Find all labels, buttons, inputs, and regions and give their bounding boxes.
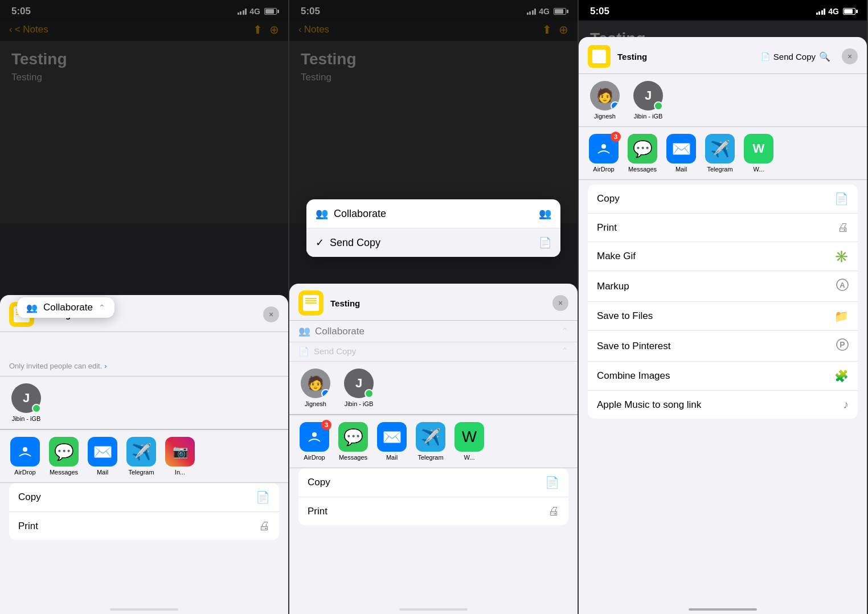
p3-header: Testing 📄 Send Copy 🔍 × xyxy=(579,37,867,74)
app-airdrop-3[interactable]: 3 AirDrop xyxy=(588,134,620,173)
app-messages-1[interactable]: 💬 Messages xyxy=(48,437,80,476)
panel-3: 5:05 4G Testing Testing xyxy=(579,0,868,614)
copy-action-3[interactable]: Copy 📄 xyxy=(588,185,858,214)
messages-icon-1: 💬 xyxy=(49,437,79,466)
share-sheet-1: Testing × Only invited people can edit. … xyxy=(0,295,288,614)
make-gif-action-3[interactable]: Make Gif ✳️ xyxy=(588,242,858,271)
extra-app-icon-3: W xyxy=(744,134,773,163)
send-copy-option-2[interactable]: ✓ Send Copy 📄 xyxy=(306,228,560,257)
send-copy-text-3: Send Copy xyxy=(773,52,816,62)
app-instagram-1[interactable]: 📷 In... xyxy=(164,437,196,476)
telegram-icon-3: ✈️ xyxy=(705,134,735,163)
app-telegram-2[interactable]: ✈️ Telegram xyxy=(415,422,447,461)
panel-1: 5:05 4G ‹ < Notes ⬆ ⊕ Testing Testing xyxy=(0,0,289,614)
contact-avatar-jibin-3: J xyxy=(633,81,663,110)
app-w-2[interactable]: W W... xyxy=(453,422,485,461)
app-name-telegram-1: Telegram xyxy=(128,469,154,476)
send-copy-option-label-2: Send Copy xyxy=(330,237,380,249)
app-telegram-3[interactable]: ✈️ Telegram xyxy=(704,134,736,173)
app-telegram-1[interactable]: ✈️ Telegram xyxy=(125,437,157,476)
contact-jibin-1[interactable]: J Jibin - iGB xyxy=(9,383,43,422)
airdrop-badge-3 xyxy=(611,101,620,110)
p3-note-icon xyxy=(588,45,611,68)
make-gif-icon-3: ✳️ xyxy=(834,249,849,263)
collab-section-1: Only invited people can edit. › xyxy=(0,332,288,376)
send-copy-icon-2: 📄 xyxy=(298,346,309,357)
contact-jibin-3[interactable]: J Jibin - iGB xyxy=(631,81,665,120)
collab-desc-1: Only invited people can edit. › xyxy=(9,362,279,370)
contact-name-jibin-1: Jibin - iGB xyxy=(12,415,41,422)
send-copy-doc-icon-2: 📄 xyxy=(539,236,551,249)
save-pinterest-action-3[interactable]: Save to Pinterest P xyxy=(588,331,858,362)
print-label-2: Print xyxy=(308,506,327,517)
close-button-1[interactable]: × xyxy=(263,306,279,322)
send-copy-chevron-2: ⌃ xyxy=(561,346,568,357)
print-action-2[interactable]: Print 🖨 xyxy=(298,497,568,525)
send-copy-header-label-3: 📄 xyxy=(761,52,770,61)
app-name-mail-2: Mail xyxy=(386,454,398,461)
app-name-telegram-3: Telegram xyxy=(707,166,732,173)
contact-jignesh-2[interactable]: 🧑 Jignesh xyxy=(298,369,333,407)
print-action-1[interactable]: Print 🖨 xyxy=(9,512,279,540)
p3-note-title: Testing xyxy=(617,52,682,62)
copy-action-1[interactable]: Copy 📄 xyxy=(9,483,279,512)
app-name-w-3: W... xyxy=(754,166,764,173)
network-type-3: 4G xyxy=(828,7,839,16)
combine-images-icon-3: 🧩 xyxy=(834,369,849,383)
search-icon-3[interactable]: 🔍 xyxy=(819,51,830,62)
contact-name-jibin-3: Jibin - iGB xyxy=(634,113,663,120)
copy-action-2[interactable]: Copy 📄 xyxy=(298,468,568,497)
app-mail-1[interactable]: ✉️ Mail xyxy=(87,437,118,476)
airdrop-badge-count-3: 3 xyxy=(611,132,621,142)
app-name-messages-3: Messages xyxy=(628,166,657,173)
share-note-title-2: Testing xyxy=(330,298,546,308)
contact-jignesh-3[interactable]: 🧑 Jignesh xyxy=(588,81,622,120)
contacts-row-1: J Jibin - iGB xyxy=(0,376,288,429)
contact-jibin-2[interactable]: J Jibin - iGB xyxy=(342,369,376,407)
app-w-3[interactable]: W W... xyxy=(743,134,775,173)
instagram-icon-1: 📷 xyxy=(165,437,195,466)
messages-badge-2 xyxy=(365,389,374,398)
collaborate-option-2[interactable]: 👥 Collaborate 👥 xyxy=(306,199,560,228)
app-mail-2[interactable]: ✉️ Mail xyxy=(376,422,408,461)
app-mail-3[interactable]: ✉️ Mail xyxy=(665,134,697,173)
copy-label-3: Copy xyxy=(597,193,620,204)
combine-images-label-3: Combine Images xyxy=(597,370,670,382)
apps-row-2: 3 AirDrop 💬 Messages ✉️ Mail ✈️ Telegram… xyxy=(289,415,578,468)
combine-images-action-3[interactable]: Combine Images 🧩 xyxy=(588,362,858,391)
collab-row-chevron-2: ⌃ xyxy=(561,326,568,337)
app-airdrop-2[interactable]: 3 AirDrop xyxy=(298,422,330,461)
home-indicator-3 xyxy=(689,608,757,611)
time-3: 5:05 xyxy=(590,6,609,17)
status-icons-3: 4G xyxy=(816,7,855,16)
markup-icon-3: A xyxy=(836,279,849,294)
p3-close-button[interactable]: × xyxy=(842,48,858,64)
svg-point-0 xyxy=(23,447,27,452)
mail-icon-2: ✉️ xyxy=(377,422,407,452)
close-button-2[interactable]: × xyxy=(552,295,568,311)
save-files-action-3[interactable]: Save to Files 📁 xyxy=(588,302,858,331)
app-name-telegram-2: Telegram xyxy=(417,454,443,461)
app-name-airdrop-2: AirDrop xyxy=(304,454,325,461)
app-airdrop-1[interactable]: AirDrop xyxy=(9,437,41,476)
contact-name-jignesh-2: Jignesh xyxy=(305,400,326,407)
app-messages-2[interactable]: 💬 Messages xyxy=(337,422,369,461)
p3-action-list: Copy 📄 Print 🖨 Make Gif ✳️ Markup xyxy=(588,185,858,419)
svg-point-2 xyxy=(601,144,606,149)
app-name-mail-3: Mail xyxy=(675,166,687,173)
markup-action-3[interactable]: Markup A xyxy=(588,271,858,302)
print-action-3[interactable]: Print 🖨 xyxy=(588,214,858,242)
chevron-icon-1: ⌃ xyxy=(99,303,105,312)
telegram-icon-2: ✈️ xyxy=(416,422,445,452)
mail-icon-1: ✉️ xyxy=(88,437,117,466)
make-gif-label-3: Make Gif xyxy=(597,251,636,262)
apple-music-action-3[interactable]: Apple Music to song link ♪ xyxy=(588,391,858,419)
battery-3 xyxy=(843,8,855,15)
airdrop-badge-2 xyxy=(321,389,330,398)
print-label-3: Print xyxy=(597,222,617,234)
messages-badge-1 xyxy=(32,404,41,413)
share-title-2: Testing xyxy=(330,298,546,308)
collaborate-popup-1[interactable]: 👥 Collaborate ⌃ xyxy=(17,297,114,318)
print-icon-2: 🖨 xyxy=(548,505,559,518)
app-messages-3[interactable]: 💬 Messages xyxy=(627,134,658,173)
